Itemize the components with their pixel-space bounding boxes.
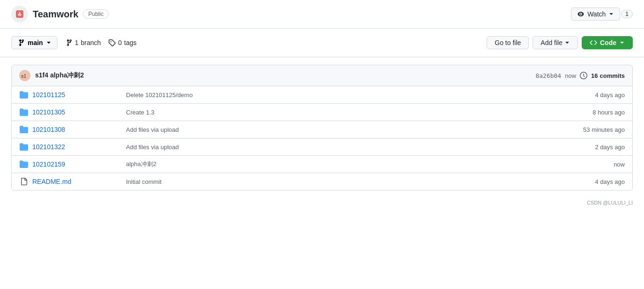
toolbar: main 1 branch 0 tags Go to file Add file [0,29,644,57]
add-file-label: Add file [540,39,563,46]
folder-icon [19,90,29,99]
file-commit-message: Delete 102101125/demo [117,91,564,99]
visibility-badge: Public [83,9,109,19]
branch-selector[interactable]: main [11,36,58,49]
commit-bar: s1 s1f4 alpha冲刺2 8a26b04 now 16 commits [12,65,632,86]
file-rows-container: 102101125 Delete 102101125/demo 4 days a… [12,86,632,190]
watch-section: Watch 1 [571,8,633,21]
file-name[interactable]: 102101305 [32,108,117,116]
add-file-dropdown-icon [564,40,570,46]
branch-icon [17,39,25,46]
table-row: 102102159 alpha冲刺2 now [12,156,632,173]
header-left: Teamwork Public [11,6,109,23]
clock-icon [580,72,587,79]
commit-time: now [565,72,576,79]
folder-icon [19,125,29,134]
commit-right: 8a26b04 now 16 commits [535,72,625,79]
file-commit-message: Create 1.3 [117,109,564,116]
go-to-file-button[interactable]: Go to file [487,36,529,49]
table-row: 102101125 Delete 102101125/demo 4 days a… [12,86,632,104]
toolbar-left: main 1 branch 0 tags [11,36,137,49]
commits-link[interactable]: 16 commits [591,72,625,79]
file-time: 53 minutes ago [564,126,625,133]
code-dropdown-icon [619,40,625,46]
commits-label: commits [600,72,625,79]
branch-name: main [28,39,43,46]
file-name[interactable]: 102101322 [32,143,117,151]
file-time: 2 days ago [564,144,625,151]
commits-count: 16 [591,72,598,79]
code-button[interactable]: Code [582,36,633,49]
branches-label: branch [81,39,101,46]
file-name[interactable]: 102101125 [32,91,117,99]
file-time: 8 hours ago [564,109,625,116]
chevron-down-icon [608,11,614,17]
branches-link[interactable]: 1 branch [65,39,101,46]
avatar: s1 [19,70,30,81]
repo-logo [11,6,28,23]
folder-icon [19,160,29,169]
commit-hash: 8a26b04 [535,72,561,79]
tags-count: 0 [118,39,122,46]
watermark: CSDN @LULULI_LI [0,198,644,207]
tags-link[interactable]: 0 tags [108,39,136,46]
commit-message: s1f4 alpha冲刺2 [35,71,84,80]
watch-button[interactable]: Watch [571,8,620,21]
branch-dropdown-icon [46,40,52,46]
code-icon [590,39,597,46]
file-commit-message: Add files via upload [117,144,564,151]
repo-name: Teamwork [33,9,78,20]
file-name[interactable]: 102102159 [32,160,117,168]
file-commit-message: alpha冲刺2 [117,160,564,168]
watch-label: Watch [587,10,606,18]
file-time: 4 days ago [564,91,625,99]
svg-point-3 [18,13,19,14]
toolbar-right: Go to file Add file Code [487,36,633,49]
eye-icon [577,10,585,18]
svg-text:s1: s1 [21,74,27,79]
file-browser: s1 s1f4 alpha冲刺2 8a26b04 now 16 commits [11,65,633,190]
table-row: README.md Initial commit 4 days ago [12,173,632,190]
avatar-image: s1 [19,70,30,81]
branches-count: 1 [75,39,79,46]
watermark-text: CSDN @LULULI_LI [587,200,633,205]
code-label: Code [600,39,616,46]
header: Teamwork Public Watch 1 [0,0,644,29]
branch-count-icon [65,39,73,46]
file-commit-message: Add files via upload [117,126,564,133]
folder-icon [19,107,29,117]
file-commit-message: Initial commit [117,178,564,185]
table-row: 102101308 Add files via upload 53 minute… [12,121,632,138]
tags-label: tags [124,39,136,46]
table-row: 102101322 Add files via upload 2 days ag… [12,138,632,156]
add-file-button[interactable]: Add file [533,36,578,49]
file-time: 4 days ago [564,178,625,185]
watch-count: 1 [621,10,633,18]
file-name[interactable]: README.md [32,178,117,185]
file-time: now [564,161,625,168]
svg-point-4 [21,13,22,14]
tag-icon [108,39,116,46]
file-name[interactable]: 102101308 [32,126,117,133]
file-icon [19,177,29,186]
table-row: 102101305 Create 1.3 8 hours ago [12,104,632,121]
commit-left: s1 s1f4 alpha冲刺2 [19,70,84,81]
folder-icon [19,142,29,152]
